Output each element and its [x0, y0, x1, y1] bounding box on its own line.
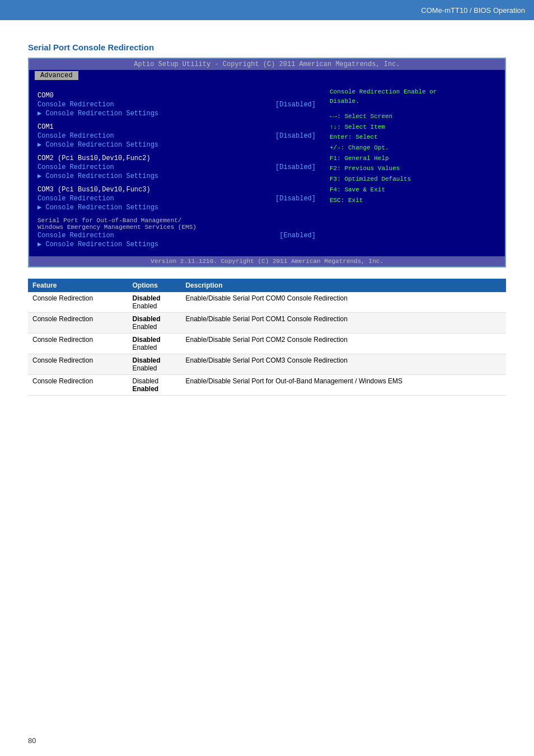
- section-title: Serial Port Console Redirection: [28, 43, 506, 52]
- feature-table: Feature Options Description Console Redi…: [28, 279, 506, 396]
- cell-description: Enable/Disable Serial Port COM3 Console …: [181, 354, 506, 375]
- bios-left-panel: COM0 Console Redirection [Disabled] ▶ Co…: [29, 84, 324, 252]
- bios-tab-bar: Advanced: [29, 70, 505, 80]
- bios-com2-settings[interactable]: ▶ Console Redirection Settings: [38, 172, 316, 180]
- cell-feature: Console Redirection: [28, 313, 128, 334]
- bios-com3-redirection[interactable]: Console Redirection [Disabled]: [38, 195, 316, 203]
- bios-hint: Console Redirection Enable or Disable.: [330, 87, 499, 106]
- cell-description: Enable/Disable Serial Port COM2 Console …: [181, 334, 506, 354]
- cell-feature: Console Redirection: [28, 375, 128, 396]
- cell-feature: Console Redirection: [28, 292, 128, 313]
- col-options: Options: [128, 279, 181, 292]
- cell-description: Enable/Disable Serial Port COM1 Console …: [181, 313, 506, 334]
- bios-com2-header: COM2 (Pci Bus10,Dev10,Func2): [38, 154, 316, 162]
- option-disabled: Disabled: [132, 356, 160, 364]
- cell-feature: Console Redirection: [28, 354, 128, 375]
- bios-com1-header: COM1: [38, 123, 316, 131]
- bios-ems-header: Serial Port for Out-of-Band Management/W…: [38, 217, 316, 231]
- table-row: Console RedirectionDisabledEnabledEnable…: [28, 375, 506, 396]
- bios-com1-settings[interactable]: ▶ Console Redirection Settings: [38, 140, 316, 149]
- bios-com0-header: COM0: [38, 92, 316, 100]
- table-row: Console RedirectionDisabledEnabledEnable…: [28, 292, 506, 313]
- table-row: Console RedirectionDisabledEnabledEnable…: [28, 354, 506, 375]
- bios-com3-header: COM3 (Pci Bus10,Dev10,Func3): [38, 186, 316, 194]
- bios-bottom-bar: Version 2.11.1210. Copyright (C) 2011 Am…: [29, 256, 505, 266]
- bios-com3-settings[interactable]: ▶ Console Redirection Settings: [38, 203, 316, 212]
- cell-options: DisabledEnabled: [128, 292, 181, 313]
- cell-options: DisabledEnabled: [128, 334, 181, 354]
- option-disabled: Disabled: [132, 294, 160, 302]
- cell-options: DisabledEnabled: [128, 313, 181, 334]
- bios-keys: ←→: Select Screen ↑↓: Select Item Enter:…: [330, 111, 499, 205]
- bios-right-panel: Console Redirection Enable or Disable. ←…: [324, 84, 505, 252]
- option-enabled: Enabled: [132, 323, 157, 331]
- bios-tab-advanced[interactable]: Advanced: [35, 71, 78, 80]
- header-bar: COMe-mTT10 / BIOS Operation: [0, 0, 534, 20]
- page-content: Serial Port Console Redirection Aptio Se…: [0, 20, 534, 412]
- col-feature: Feature: [28, 279, 128, 292]
- option-enabled: Enabled: [132, 302, 157, 310]
- option-enabled: Enabled: [132, 344, 157, 351]
- bios-screen: Aptio Setup Utility - Copyright (C) 2011…: [28, 58, 506, 267]
- bios-ems-settings[interactable]: ▶ Console Redirection Settings: [38, 240, 316, 248]
- cell-feature: Console Redirection: [28, 334, 128, 354]
- header-title: COMe-mTT10 / BIOS Operation: [421, 6, 525, 15]
- bios-com1-redirection[interactable]: Console Redirection [Disabled]: [38, 132, 316, 140]
- bios-com0-redirection[interactable]: Console Redirection [Disabled]: [38, 101, 316, 109]
- page-number: 80: [28, 736, 36, 745]
- cell-description: Enable/Disable Serial Port COM0 Console …: [181, 292, 506, 313]
- bios-title-bar: Aptio Setup Utility - Copyright (C) 2011…: [29, 59, 505, 70]
- option-disabled: Disabled: [132, 315, 160, 323]
- bios-ems-redirection[interactable]: Console Redirection [Enabled]: [38, 232, 316, 240]
- option-disabled: Disabled: [132, 336, 160, 344]
- cell-description: Enable/Disable Serial Port for Out-of-Ba…: [181, 375, 506, 396]
- option-enabled: Enabled: [132, 364, 157, 372]
- option-disabled: Disabled: [132, 377, 158, 385]
- table-row: Console RedirectionDisabledEnabledEnable…: [28, 313, 506, 334]
- col-description: Description: [181, 279, 506, 292]
- bios-com0-settings[interactable]: ▶ Console Redirection Settings: [38, 109, 316, 118]
- bios-body: COM0 Console Redirection [Disabled] ▶ Co…: [29, 80, 505, 256]
- bios-com2-redirection[interactable]: Console Redirection [Disabled]: [38, 163, 316, 171]
- cell-options: DisabledEnabled: [128, 375, 181, 396]
- table-row: Console RedirectionDisabledEnabledEnable…: [28, 334, 506, 354]
- option-enabled-bold: Enabled: [132, 385, 158, 393]
- cell-options: DisabledEnabled: [128, 354, 181, 375]
